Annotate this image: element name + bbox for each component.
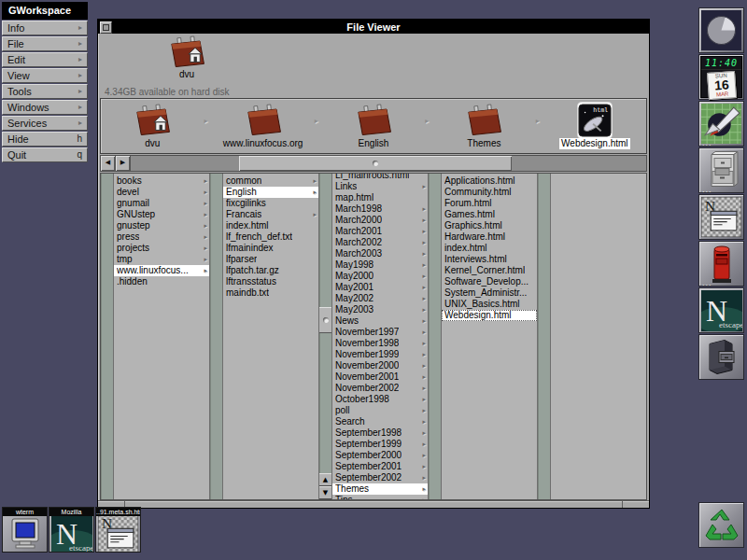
miniwindow-mozilla[interactable]: MozillaNetscape: [49, 507, 94, 553]
browser-item[interactable]: poll▸: [332, 405, 428, 416]
browser-item[interactable]: September2001▸: [332, 461, 428, 472]
browser-item[interactable]: lf_french_def.txt: [223, 231, 318, 243]
miniwindow-wterm[interactable]: wterm: [2, 507, 48, 553]
browser-item[interactable]: March2001▸: [332, 226, 428, 237]
shelf-item-themes[interactable]: Themes: [432, 99, 535, 153]
browser-item[interactable]: System_Administr...: [442, 287, 537, 299]
browser-item[interactable]: tmp▸: [114, 254, 209, 265]
browser-item[interactable]: November2001▸: [332, 371, 428, 383]
dock-tile-file-cabinet[interactable]: ...: [698, 147, 744, 193]
browser-item[interactable]: Tips▸: [332, 495, 428, 499]
browser-item[interactable]: September2000▸: [332, 450, 428, 461]
browser-item[interactable]: gnumail▸: [114, 198, 209, 209]
dock-tile-drawer-cabinet[interactable]: [698, 334, 744, 380]
browser-item[interactable]: common▸: [223, 175, 318, 187]
browser-item[interactable]: Lf_mainroots.html: [332, 174, 428, 181]
window-titlebar[interactable]: File Viewer: [98, 20, 649, 34]
browser-item[interactable]: Francais▸: [223, 209, 318, 220]
browser-item[interactable]: November1998▸: [332, 338, 428, 349]
app-menu-title[interactable]: GWorkspace: [2, 2, 88, 20]
scrollbar-track[interactable]: [131, 156, 646, 171]
dock-tile-recycler[interactable]: [698, 502, 744, 548]
browser-item[interactable]: News▸: [332, 315, 428, 327]
browser-item[interactable]: Community.html: [442, 187, 537, 198]
browser-item[interactable]: November1999▸: [332, 349, 428, 360]
menu-item-view[interactable]: View▸: [2, 68, 88, 83]
browser-item[interactable]: index.html: [442, 243, 537, 254]
scroll-up-button[interactable]: ▲: [319, 473, 331, 486]
browser-item[interactable]: September1998▸: [332, 427, 428, 439]
browser-item[interactable]: books▸: [114, 175, 209, 187]
browser-item[interactable]: May2001▸: [332, 282, 428, 293]
dock-tile-postbox[interactable]: ...: [698, 241, 744, 287]
menu-item-services[interactable]: Services▸: [2, 116, 88, 131]
scroll-right-button[interactable]: ▶: [116, 156, 131, 171]
browser-item[interactable]: lfparser: [223, 254, 318, 265]
browser-item[interactable]: March2003▸: [332, 248, 428, 259]
browser-item[interactable]: lfmainindex: [223, 243, 318, 254]
browser-item[interactable]: press▸: [114, 231, 209, 243]
browser-item[interactable]: www.linuxfocus...▸: [114, 265, 209, 276]
browser-item[interactable]: fixcgilinks: [223, 198, 318, 209]
window-resize-bar[interactable]: [98, 500, 649, 508]
browser-item[interactable]: English▸: [223, 187, 318, 198]
menu-item-windows[interactable]: Windows▸: [2, 100, 88, 115]
shelf-item-english[interactable]: English: [322, 99, 425, 153]
browser-item[interactable]: May2000▸: [332, 271, 428, 282]
browser-item[interactable]: gnustep▸: [114, 220, 209, 231]
browser-item[interactable]: Kernel_Corner.html: [442, 265, 537, 276]
scrollbar-knob[interactable]: [239, 156, 513, 171]
shelf-horizontal-scrollbar[interactable]: ◀ ▶: [100, 155, 647, 172]
browser-item[interactable]: Forum.html: [442, 198, 537, 209]
browser-item[interactable]: maindb.txt: [223, 287, 318, 299]
dock-tile-html-editor[interactable]: N: [698, 194, 744, 240]
shelf-item-www-linuxfocus-org[interactable]: www.linuxfocus.org: [211, 99, 314, 153]
browser-item[interactable]: May2003▸: [332, 304, 428, 315]
browser-item[interactable]: map.html: [332, 192, 428, 203]
browser-item[interactable]: November2002▸: [332, 383, 428, 394]
browser-item[interactable]: Graphics.html: [442, 220, 537, 231]
browser-item[interactable]: Applications.html: [442, 175, 537, 187]
browser-item[interactable]: lfpatch.tar.gz: [223, 265, 318, 276]
menu-item-tools[interactable]: Tools▸: [2, 84, 88, 99]
column-scrollbar[interactable]: [101, 174, 114, 499]
browser-item[interactable]: Links▸: [332, 181, 428, 192]
browser-item[interactable]: index.html: [223, 220, 318, 231]
column-scrollbar[interactable]: [210, 174, 223, 499]
browser-item[interactable]: .hidden: [114, 276, 209, 287]
dock-tile-netscape[interactable]: Netscape: [698, 287, 744, 333]
scroll-left-button[interactable]: ◀: [101, 156, 116, 171]
dock-tile-gimp[interactable]: ...: [698, 101, 744, 147]
browser-item[interactable]: GNUstep▸: [114, 209, 209, 220]
column-scrollbar[interactable]: ▲▼: [319, 174, 332, 499]
browser-item[interactable]: Webdesign.html: [442, 310, 537, 321]
browser-item[interactable]: September2002▸: [332, 472, 428, 483]
browser-item[interactable]: Software_Develop...: [442, 276, 537, 287]
browser-item[interactable]: projects▸: [114, 243, 209, 254]
browser-item[interactable]: Search▸: [332, 416, 428, 427]
miniaturize-button[interactable]: [100, 21, 112, 34]
menu-item-hide[interactable]: Hideh: [2, 132, 88, 147]
menu-item-quit[interactable]: Quitq: [2, 147, 88, 162]
dock-tile-clock[interactable]: 11:40SUN16MAR: [698, 54, 744, 100]
browser-item[interactable]: May2002▸: [332, 293, 428, 304]
scroll-down-button[interactable]: ▼: [319, 486, 331, 499]
browser-item[interactable]: October1998▸: [332, 394, 428, 405]
browser-item[interactable]: Games.html: [442, 209, 537, 220]
miniwindow-91-meta-sh-html[interactable]: ..91.meta.sh.htmlN: [95, 507, 141, 553]
menu-item-file[interactable]: File▸: [2, 36, 88, 51]
browser-item[interactable]: UNIX_Basics.html: [442, 299, 537, 310]
current-folder-icon[interactable]: dvu: [161, 35, 213, 80]
column-scrollbar[interactable]: [538, 174, 551, 499]
shelf-item-dvu[interactable]: dvu: [101, 99, 204, 153]
browser-item[interactable]: devel▸: [114, 187, 209, 198]
scrollbar-knob[interactable]: [319, 307, 331, 333]
browser-item[interactable]: March2002▸: [332, 237, 428, 248]
browser-item[interactable]: March1998▸: [332, 203, 428, 215]
dock-tile-gnustep-sphere[interactable]: [698, 7, 744, 53]
browser-item[interactable]: May1998▸: [332, 259, 428, 271]
browser-item[interactable]: November1997▸: [332, 327, 428, 338]
shelf-item-webdesign-html[interactable]: htmlWebdesign.html: [543, 99, 646, 153]
browser-item[interactable]: Hardware.html: [442, 231, 537, 243]
menu-item-edit[interactable]: Edit▸: [2, 52, 88, 67]
